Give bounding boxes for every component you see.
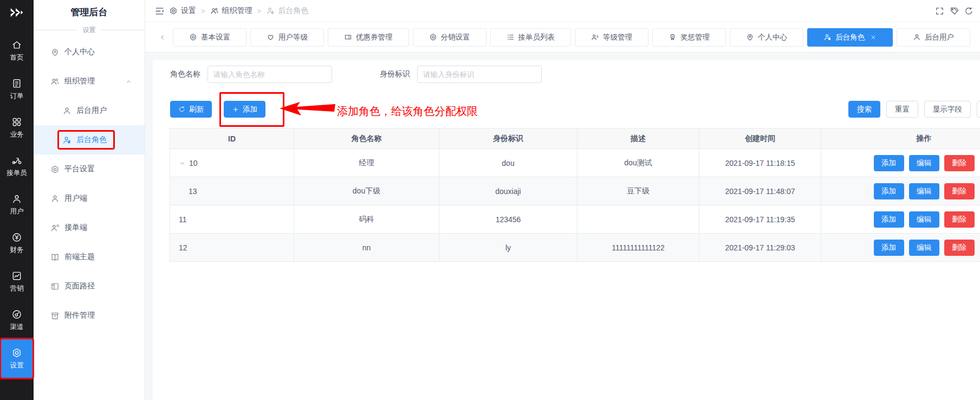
clipped-button[interactable] [977, 101, 980, 118]
tab-user-level[interactable]: 用户等级 [250, 28, 324, 47]
person-pin-icon [746, 33, 754, 41]
sidebar-item-page-paths[interactable]: 页面路径 [34, 272, 145, 301]
tabs-scroll-left-button[interactable] [154, 28, 171, 47]
gear-icon [11, 347, 22, 358]
cell-identity: douxiaji [439, 177, 577, 205]
breadcrumb-settings[interactable]: 设置 [169, 6, 196, 16]
cell-created-at: 2021-09-17 11:48:07 [699, 177, 821, 205]
rail-item-marketing[interactable]: 营销 [0, 262, 34, 301]
gear-icon [169, 7, 178, 15]
rail-item-settings[interactable]: 设置 [1, 339, 33, 378]
sidebar-item-backend-users[interactable]: 后台用户 [34, 96, 145, 125]
row-collapse-icon[interactable] [179, 160, 186, 167]
sidebar-item-rider-client[interactable]: 接单端 [34, 213, 145, 242]
sidebar-item-frontend-theme[interactable]: 前端主题 [34, 242, 145, 272]
cell-id: 11 [179, 215, 187, 224]
signal-person-icon [50, 223, 60, 233]
table-row: 11 码科 123456 2021-09-17 11:19:35 添加 编辑 删… [170, 205, 980, 234]
row-edit-button[interactable]: 编辑 [909, 155, 939, 171]
tab-personal-center[interactable]: 个人中心 [730, 28, 803, 47]
sidebar-item-platform-settings[interactable]: 平台设置 [34, 154, 145, 184]
row-delete-button[interactable]: 删除 [944, 240, 975, 256]
cell-id: 13 [189, 187, 197, 196]
rail-item-business[interactable]: 业务 [0, 108, 34, 147]
annotation-text: 添加角色，给该角色分配权限 [337, 104, 478, 119]
roles-table: ID 角色名称 身份标识 描述 创建时间 操作 10 经理 dou dou测试 … [170, 128, 980, 262]
tab-backend-roles[interactable]: 后台角色 [807, 28, 893, 47]
row-delete-button[interactable]: 删除 [944, 183, 975, 199]
cell-identity: dou [439, 149, 577, 177]
tab-rider-list[interactable]: 接单员列表 [490, 28, 572, 47]
row-delete-button[interactable]: 删除 [944, 155, 975, 171]
row-delete-button[interactable]: 删除 [944, 211, 975, 228]
tab-coupon-management[interactable]: 优惠券管理 [328, 28, 409, 47]
rail-item-orders[interactable]: 订单 [0, 70, 34, 108]
show-fields-button[interactable]: 显示字段 [924, 101, 971, 118]
person-icon [50, 194, 60, 203]
rail-item-users[interactable]: 用户 [0, 185, 34, 224]
rail-item-channels[interactable]: 渠道 [0, 301, 34, 339]
collapse-sidebar-icon[interactable] [154, 6, 165, 16]
row-add-button[interactable]: 添加 [874, 155, 904, 171]
refresh-icon[interactable] [964, 7, 973, 16]
search-button[interactable]: 搜索 [848, 101, 880, 118]
row-add-button[interactable]: 添加 [874, 211, 904, 228]
tab-basic-settings[interactable]: 基本设置 [173, 28, 246, 47]
add-role-button[interactable]: 添加 [224, 101, 265, 118]
identity-label: 身份标识 [380, 69, 410, 79]
cell-description: dou测试 [577, 149, 699, 177]
role-name-input[interactable] [207, 66, 332, 83]
archive-icon [50, 311, 60, 320]
chevron-up-icon[interactable] [125, 78, 132, 85]
identity-input[interactable] [417, 66, 542, 83]
table-row: 10 经理 dou dou测试 2021-09-17 11:18:15 添加 编… [170, 149, 980, 177]
heart-icon [267, 33, 275, 41]
breadcrumb-org-management[interactable]: 组织管理 [210, 6, 252, 16]
sidebar-item-attachment-management[interactable]: 附件管理 [34, 301, 145, 330]
tab-reward-punishment[interactable]: 奖惩管理 [652, 28, 726, 47]
row-add-button[interactable]: 添加 [874, 183, 904, 199]
annotation-arrow [280, 100, 336, 117]
sidebar-item-backend-roles[interactable]: 后台角色 [34, 125, 145, 154]
row-edit-button[interactable]: 编辑 [909, 211, 939, 228]
col-header-actions: 操作 [821, 128, 980, 149]
sidebar-item-personal-center[interactable]: 个人中心 [34, 37, 145, 67]
sidebar-item-org-management[interactable]: 组织管理 [34, 67, 145, 96]
person-lock-icon [266, 7, 275, 15]
cell-description [577, 205, 699, 234]
cell-created-at: 2021-09-17 11:19:35 [699, 205, 821, 234]
app-logo[interactable] [0, 0, 34, 25]
cell-role-name: 经理 [294, 149, 439, 177]
row-edit-button[interactable]: 编辑 [909, 240, 939, 256]
col-header-created-at: 创建时间 [699, 128, 821, 149]
rail-item-home[interactable]: 首页 [0, 31, 34, 70]
row-add-button[interactable]: 添加 [874, 240, 904, 256]
fullscreen-icon[interactable] [935, 7, 944, 16]
gear-icon [50, 165, 60, 174]
logo-icon [9, 4, 25, 21]
rail-item-label: 渠道 [10, 322, 24, 332]
finance-icon [11, 232, 22, 243]
cell-identity: ly [439, 234, 577, 262]
col-header-role-name: 角色名称 [294, 128, 439, 149]
rail-item-riders[interactable]: 接单员 [0, 147, 34, 185]
table-header-row: ID 角色名称 身份标识 描述 创建时间 操作 [170, 128, 980, 149]
sidebar-section-divider: 设置 [34, 24, 145, 36]
rail-item-finance[interactable]: 财务 [0, 224, 34, 262]
row-edit-button[interactable]: 编辑 [909, 183, 939, 199]
reset-button[interactable]: 重置 [886, 101, 918, 118]
tab-distribution-settings[interactable]: 分销设置 [413, 28, 486, 47]
refresh-button[interactable]: 刷新 [170, 101, 212, 118]
home-icon [11, 40, 22, 50]
person-icon [62, 106, 72, 115]
marketing-icon [11, 270, 22, 281]
tags-icon[interactable] [950, 7, 959, 16]
close-icon[interactable] [870, 34, 877, 41]
gear-icon [189, 33, 197, 41]
tab-level-management[interactable]: 等级管理 [575, 28, 648, 47]
top-bar: 设置 > 组织管理 > 后台角色 [145, 0, 980, 22]
cell-description: 11111111111122 [577, 234, 699, 262]
tab-backend-users[interactable]: 后台用户 [897, 28, 970, 47]
sidebar-item-user-client[interactable]: 用户端 [34, 184, 145, 213]
primary-nav-rail: 首页 订单 业务 接单员 用户 财务 营销 渠道 [0, 0, 34, 400]
